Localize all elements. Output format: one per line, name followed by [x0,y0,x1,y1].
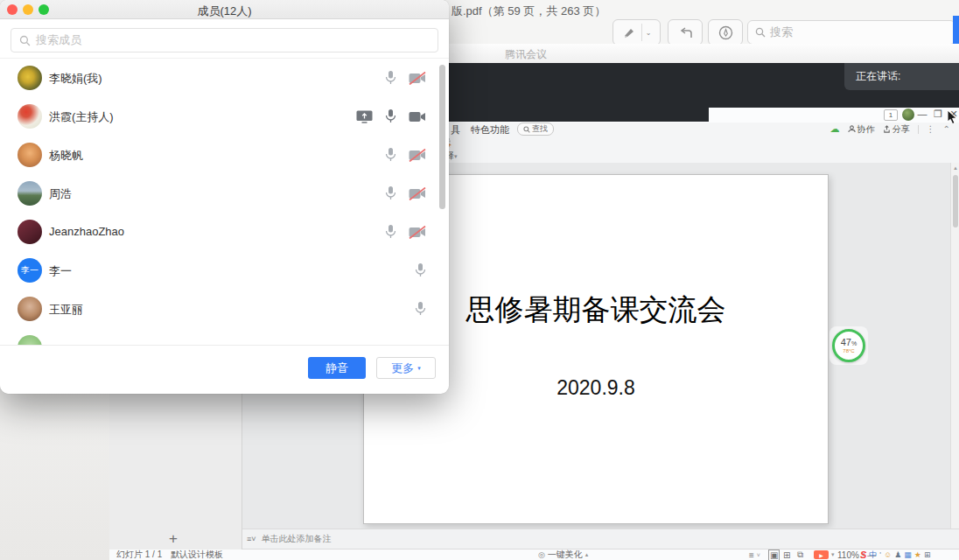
ribbon-find-button[interactable]: 查找 [517,122,554,136]
mic-icon[interactable] [385,224,396,240]
more-options-button[interactable]: ⋮ [927,124,935,134]
member-search-placeholder: 搜索成员 [36,32,81,48]
avatar [18,181,42,206]
input-method-icon[interactable]: 中 [869,550,877,560]
tab-special-features[interactable]: 特色功能 [471,123,509,136]
highlight-pen-button[interactable]: ⌄ [612,19,661,46]
input-method-icon[interactable]: ♟ [894,550,901,559]
account-avatar[interactable] [902,108,914,121]
person-icon [848,125,856,133]
mute-button[interactable]: 静音 [308,357,366,379]
camera-off-icon[interactable] [409,72,426,85]
markup-toolbar-button[interactable] [708,19,743,46]
pdf-search-field[interactable]: 搜索 [747,20,956,45]
speaking-label: 正在讲话: [856,69,900,84]
member-status-icons [385,224,426,240]
beautify-button[interactable]: ◎ 一键美化▴ [538,550,588,560]
cpu-ring: 47% 78°C [832,329,865,362]
search-icon [755,27,766,38]
member-row[interactable]: 杨晓帆 [0,136,449,174]
speaking-indicator: 正在讲话: [844,63,959,90]
template-name[interactable]: 默认设计模板 [171,550,223,560]
mic-icon[interactable] [385,147,396,163]
input-method-icon[interactable]: ☺ [884,550,892,559]
tab-tools-partial[interactable]: 具 [451,123,460,136]
member-row[interactable] [0,328,449,346]
screen: 版.pdf（第 59 页，共 263 页） ⌄ 搜索 1 [0,0,959,560]
panel-footer: 静音 更多▾ [0,345,449,394]
input-method-toolbar[interactable]: S中'☺♟▦★⊞ [860,550,930,560]
mic-icon[interactable] [415,301,426,317]
camera-off-icon[interactable] [409,149,426,162]
beautify-icon: ◎ [538,550,545,559]
member-status-icons [356,108,426,124]
camera-on-icon[interactable] [409,110,426,123]
canvas-scrollbar[interactable]: ▲ [950,163,959,528]
member-list: 李晓娟(我)洪霞(主持人)杨晓帆周浩JeanzhaoZhao李一李一王亚丽 [0,58,449,346]
member-row[interactable]: 洪霞(主持人) [0,97,449,136]
performance-monitor-widget[interactable]: 47% 78°C [831,328,866,363]
avatar [18,220,42,244]
input-method-icon[interactable]: ⊞ [924,550,931,559]
input-method-icon[interactable]: S [860,550,866,560]
screen-share-icon[interactable] [356,110,373,123]
member-name: 王亚丽 [49,302,83,318]
mic-icon[interactable] [385,108,396,124]
panel-titlebar[interactable]: 成员(12人) [0,0,449,19]
input-method-icon[interactable]: ' [879,550,881,559]
meeting-titlebar: 腾讯会议 [449,44,959,64]
avatar: 李一 [18,258,42,283]
avatar [18,143,42,167]
reading-view-button[interactable]: ⧉ [797,550,803,560]
camera-off-icon[interactable] [409,187,426,200]
input-method-icon[interactable]: ★ [914,550,921,559]
share-button[interactable]: 分享 [883,123,910,136]
scrollbar-thumb[interactable] [953,175,958,228]
chevron-down-icon[interactable]: ⌄ [646,29,652,37]
member-search-input[interactable]: 搜索成员 [10,28,438,52]
member-name: 李晓娟(我) [49,71,102,87]
mic-icon[interactable] [385,186,396,201]
collapse-ribbon-button[interactable]: ⌃ [943,124,950,134]
scroll-up-arrow[interactable]: ▲ [953,165,958,171]
minimize-button[interactable]: — [915,108,929,121]
pen-icon [622,25,636,39]
wps-top-actions: ☁ 协作 分享 ⋮ ⌃ [830,122,950,136]
mic-icon[interactable] [385,70,396,86]
member-status-icons [415,301,426,317]
message-count-badge[interactable]: 1 [884,109,898,121]
member-status-icons [385,186,426,201]
search-icon [19,35,31,46]
preview-toolbar: ⌄ 搜索 [438,18,959,47]
maximize-button[interactable]: ❐ [931,108,945,121]
member-row[interactable]: 周浩 [0,174,449,213]
collaborate-button[interactable]: 协作 [848,123,875,136]
more-button[interactable]: 更多▾ [376,357,436,379]
notes-bar[interactable]: ≡˅ 单击此处添加备注 [242,528,959,550]
search-icon [523,126,530,133]
normal-view-icon: ▣ [768,550,780,560]
slide-sorter-view-button[interactable]: ⊞ [783,550,790,560]
mic-icon[interactable] [415,262,426,278]
member-row[interactable]: 李晓娟(我) [0,59,449,97]
member-row[interactable]: 李一李一 [0,251,449,290]
meeting-window-title: 腾讯会议 [505,47,547,62]
slideshow-button[interactable]: ▶▾ [814,550,835,560]
member-row[interactable]: JeanzhaoZhao [0,213,449,251]
rotate-button[interactable] [668,19,703,46]
normal-view-button[interactable]: ▣ [768,550,780,560]
rotate-icon [678,26,693,39]
member-list-scrollbar[interactable] [439,65,445,209]
notes-toggle-button[interactable]: ≡˅ [749,550,760,560]
members-panel: 成员(12人) 搜索成员 李晓娟(我)洪霞(主持人)杨晓帆周浩JeanzhaoZ… [0,0,449,394]
input-method-icon[interactable]: ▦ [904,550,912,559]
member-row[interactable]: 王亚丽 [0,290,449,328]
notes-placeholder[interactable]: 单击此处添加备注 [262,533,332,545]
camera-off-icon[interactable] [409,226,426,239]
cloud-sync-icon[interactable]: ☁ [830,123,840,135]
add-slide-button[interactable]: + [169,530,178,548]
slide-indicator: 幻灯片 1 / 1 [116,550,162,560]
meeting-video-strip-corner [449,108,709,122]
mouse-cursor [947,110,958,125]
panel-title: 成员(12人) [0,4,449,19]
